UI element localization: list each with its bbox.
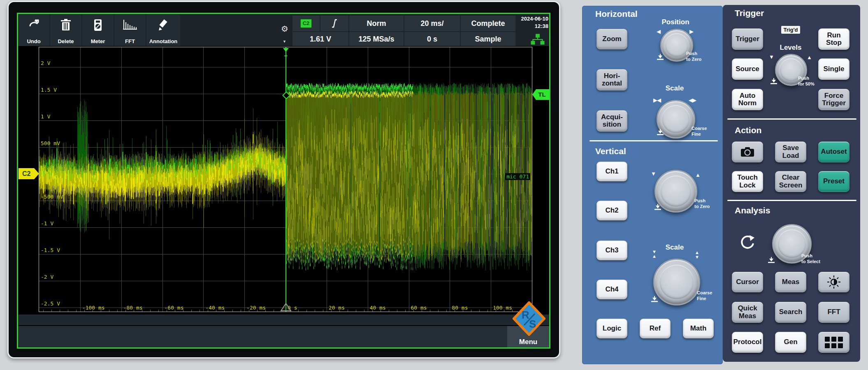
meter-button[interactable]: Meter [82,14,114,46]
source-button[interactable]: Source [732,58,763,80]
settings-caret-icon[interactable] [283,39,286,44]
logic-button[interactable]: Logic [596,319,627,338]
undo-label: Undo [27,39,40,44]
levels-label: Levels [773,44,808,52]
trigger-section-title: Trigger [735,8,764,18]
math-button[interactable]: Math [683,319,714,338]
ch4-button[interactable]: Ch4 [596,280,627,299]
cursor-button[interactable]: Cursor [732,272,763,292]
search-button[interactable]: Search [775,302,806,323]
x-tick-label: -20 ms [246,305,266,311]
horizontal-position-cell[interactable]: 0 s [404,32,460,46]
meas-button[interactable]: Meas [775,272,806,292]
acquisition-button[interactable]: Acqui- sition [596,110,627,132]
lan-status-icon [531,34,545,45]
camera-icon [740,147,754,157]
push-marker-icon [768,257,775,264]
trigger-source-badge: C2 [300,19,312,28]
acquisition-mode-cell[interactable]: Sample [461,32,515,46]
delete-button[interactable]: Delete [50,14,81,46]
force-trigger-button[interactable]: Force Trigger [818,89,849,110]
meter-label: Meter [91,39,105,44]
push-for-50-hint: Push for 50% [798,76,815,87]
gen-button[interactable]: Gen [775,332,806,353]
scale-compress-arrow-icon [653,97,661,103]
preset-button[interactable]: Preset [818,171,849,192]
fft-button[interactable]: FFT [114,14,146,46]
push-to-zero-hint: Push to Zero [694,198,710,210]
fft-panel-button[interactable]: FFT [818,302,849,323]
trigger-mode-cell[interactable]: Norm [349,16,404,31]
auto-norm-button[interactable]: Auto Norm [732,89,763,110]
navigation-rotate-icon [740,234,755,251]
intensity-button[interactable] [818,272,849,292]
trigger-marker-triangle-icon [283,48,289,55]
push-marker-icon [657,129,664,136]
push-marker-icon [654,204,661,211]
ref-button[interactable]: Ref [640,319,671,338]
trigger-slope-cell[interactable] [320,16,348,31]
trigger-marker-symbol: T [284,54,288,61]
y-tick-label: 1 V [41,113,50,120]
vertical-scale-compress-arrow-icon [652,250,657,259]
meter-icon [93,19,103,32]
horizontal-button[interactable]: Hori- zontal [596,69,627,90]
apps-button[interactable] [818,332,849,353]
sample-rate-cell[interactable]: 125 MSa/s [349,32,404,46]
screenshot-button[interactable] [732,141,763,162]
coarse-fine-hint: Coarse Fine [697,290,712,302]
autoset-button[interactable]: Autoset [818,141,849,162]
datetime-display: 2024-06-10 12:38 [516,15,548,30]
graticule: T mic 071 [39,47,532,312]
ch1-button[interactable]: Ch1 [596,162,627,181]
trigger-position-marker[interactable]: T [283,48,289,60]
vertical-scale-knob[interactable] [653,259,700,305]
zero-time-marker-icon[interactable] [280,303,292,312]
run-stop-button[interactable]: Run Stop [818,28,849,50]
clear-screen-button[interactable]: Clear Screen [775,171,806,192]
undo-icon [28,19,40,31]
zoom-button[interactable]: Zoom [596,29,627,49]
x-tick-label: -80 ms [123,305,143,311]
trigger-position-line[interactable] [285,47,286,312]
trash-icon [60,19,72,31]
single-button[interactable]: Single [818,58,849,80]
fft-icon [123,19,137,31]
push-to-zero-hint: Push to Zero [686,51,701,62]
level-up-arrow-icon [807,55,812,60]
trigger-source-cell[interactable]: C2 [292,16,320,31]
timebase-cell[interactable]: 20 ms/ [404,16,460,31]
vertical-section-title: Vertical [595,146,626,156]
acquisition-state-cell[interactable]: Complete [461,16,515,31]
protocol-button[interactable]: Protocol [732,332,763,353]
x-tick-label: 60 ms [411,305,427,311]
trigger-button[interactable]: Trigger [732,28,763,50]
position-left-arrow-icon [657,29,661,34]
trigger-level-cell[interactable]: 1.61 V [292,32,348,46]
trigd-indicator: Trig'd [781,26,800,34]
channel-bar [18,326,549,347]
quick-meas-button[interactable]: Quick Meas [732,302,763,323]
ch2-button[interactable]: Ch2 [596,201,627,220]
y-tick-label: -500 mV [41,194,63,200]
x-tick-label: -100 ms [82,305,105,311]
undo-button[interactable]: Undo [18,14,49,46]
analysis-section-title: Analysis [735,206,770,215]
touch-lock-button[interactable]: Touch Lock [732,171,763,192]
settings-gear-icon[interactable] [281,24,288,34]
horizontal-scale-label: Scale [657,84,692,92]
ch3-button[interactable]: Ch3 [596,240,627,260]
delete-label: Delete [58,39,74,44]
save-load-button[interactable]: Save Load [775,141,806,162]
menu-label: Menu [519,338,537,346]
scale-expand-arrow-icon [689,97,696,103]
x-tick-label: 80 ms [452,305,468,311]
brightness-icon [827,275,841,289]
y-tick-label: -1 V [41,220,53,227]
annotation-button[interactable]: Annotation [146,14,180,46]
panel-horizontal-vertical [582,6,723,364]
vertical-scale-expand-arrow-icon [695,250,699,259]
x-tick-label: 40 ms [370,305,386,311]
y-tick-label: 0 V [41,167,50,173]
push-marker-icon [657,54,664,61]
